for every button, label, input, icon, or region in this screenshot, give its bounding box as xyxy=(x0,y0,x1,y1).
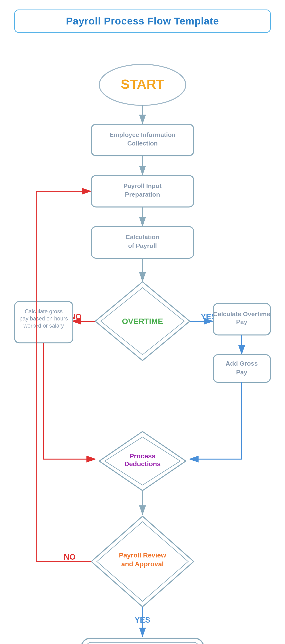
payroll-input-label: Payroll Input xyxy=(123,182,162,190)
start-label: START xyxy=(121,76,164,92)
add-gross-label2: Pay xyxy=(236,369,247,376)
calc-gross-label3: worked or salary xyxy=(23,322,64,329)
calc-gross-label1: Calculate gross xyxy=(25,308,63,314)
add-gross-label: Add Gross xyxy=(226,360,258,367)
calc-overtime-label2: Pay xyxy=(236,318,247,326)
page-title: Payroll Process Flow Template xyxy=(66,16,219,27)
flowchart-svg: START Employee Information Collection Pa… xyxy=(5,38,280,644)
calc-gross-rect xyxy=(14,302,73,343)
calculation-label2: of Payroll xyxy=(128,242,157,249)
arrow-gross-to-deductions xyxy=(190,382,242,459)
calculation-label: Calculation xyxy=(126,234,160,240)
arrow-review-no-up xyxy=(36,191,91,562)
arrow-gross-to-deductions-red xyxy=(44,343,95,459)
payroll-input-label2: Preparation xyxy=(125,191,160,198)
produce-payment-rect xyxy=(81,638,204,644)
employee-info-label2: Collection xyxy=(127,140,158,147)
title-box: Payroll Process Flow Template xyxy=(14,10,271,33)
calc-overtime-label: Calculate Overtime xyxy=(213,310,270,318)
overtime-label: OVERTIME xyxy=(122,317,163,326)
review-label2: and Approval xyxy=(121,560,164,568)
calc-gross-label2: pay based on hours xyxy=(19,316,68,322)
deductions-label2: Deductions xyxy=(124,460,161,468)
review-no-label: NO xyxy=(64,552,76,561)
deductions-label: Process xyxy=(129,452,156,460)
employee-info-label: Employee Information xyxy=(109,131,176,138)
page-container: Payroll Process Flow Template START Empl… xyxy=(0,0,285,644)
review-label: Payroll Review xyxy=(119,551,166,559)
